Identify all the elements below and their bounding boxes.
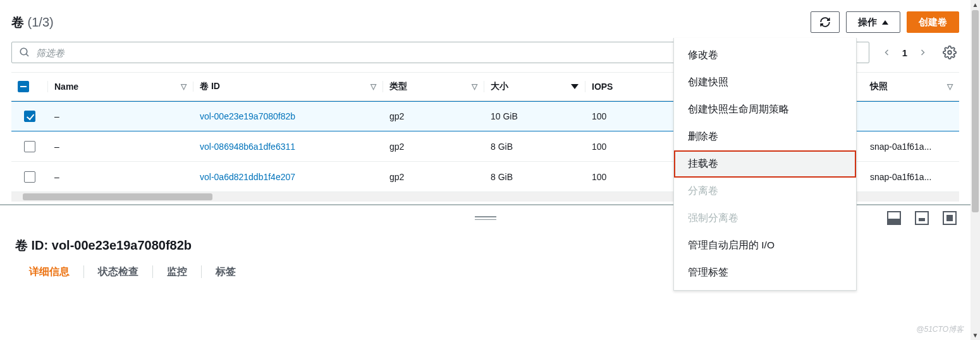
chevron-right-icon [919,47,926,58]
settings-button[interactable] [940,43,959,62]
layout-mid-button[interactable] [915,211,929,225]
type-cell: gp2 [389,172,404,182]
refresh-button[interactable] [811,11,840,33]
menu-detach: 分离卷 [674,178,856,205]
create-volume-button[interactable]: 创建卷 [907,11,959,33]
vertical-scrollbar[interactable]: ▲ ▼ [971,0,980,340]
col-name[interactable]: Name▽ [48,82,193,92]
col-snapshot[interactable]: 快照▽ [864,81,959,92]
size-cell: 8 GiB [491,172,513,182]
menu-force: 强制分离卷 [674,205,856,232]
mixed-checkbox-icon [18,81,29,92]
actions-menu: 修改卷 创建快照 创建快照生命周期策略 删除卷 挂载卷 分离卷 强制分离卷 管理… [673,38,857,291]
menu-tags[interactable]: 管理标签 [674,259,856,286]
name-cell: – [54,142,59,152]
caret-up-icon [882,20,888,25]
snapshot-cell: snap-0a1f61a... [870,142,931,152]
layout-full-button[interactable] [943,211,957,225]
volume-id-link[interactable]: vol-086948b6a1dfe6311 [200,142,295,152]
name-cell: – [54,111,59,121]
iops-cell: 100 [592,172,606,182]
sort-icon: ▽ [947,82,953,91]
select-all-cell[interactable] [11,81,48,92]
iops-cell: 100 [592,142,606,152]
scroll-down-icon[interactable]: ▼ [971,331,980,340]
tab-details[interactable]: 详细信息 [15,265,84,278]
type-cell: gp2 [389,111,404,121]
tab-status[interactable]: 状态检查 [84,265,153,278]
search-icon [19,47,30,58]
chevron-left-icon [883,47,891,58]
row-checkbox[interactable] [24,111,35,122]
size-cell: 10 GiB [491,111,518,121]
iops-cell: 100 [592,111,606,121]
col-volume-id[interactable]: 卷 ID▽ [193,81,383,92]
svg-point-0 [20,48,27,55]
menu-modify[interactable]: 修改卷 [674,42,856,69]
next-page-button[interactable] [916,44,929,61]
menu-delete[interactable]: 删除卷 [674,123,856,150]
tab-monitor[interactable]: 监控 [153,265,202,278]
sort-icon: ▽ [181,82,187,91]
svg-line-1 [26,54,28,56]
gear-icon [943,46,957,59]
sort-icon: ▽ [371,82,376,91]
pagination: 1 [881,44,929,61]
snapshot-cell: snap-0a1f61a... [870,172,931,182]
col-type[interactable]: 类型▽ [383,81,484,92]
scrollbar-thumb[interactable] [23,193,212,200]
scrollbar-thumb[interactable] [972,10,979,212]
selection-count: (1/3) [28,15,54,29]
actions-dropdown-button[interactable]: 操作 [846,11,900,33]
row-checkbox[interactable] [24,171,35,183]
sort-desc-icon [571,84,579,89]
sort-icon: ▽ [472,82,477,91]
menu-auto-io[interactable]: 管理自动启用的 I/O [674,232,856,259]
col-size[interactable]: 大小 [484,81,585,92]
drag-handle-icon [475,216,496,220]
size-cell: 8 GiB [491,142,513,152]
watermark: @51CTO博客 [916,324,964,335]
svg-point-2 [948,51,952,54]
row-checkbox[interactable] [24,141,35,152]
menu-snapshot[interactable]: 创建快照 [674,69,856,96]
name-cell: – [54,172,59,182]
menu-attach[interactable]: 挂载卷 [674,150,856,178]
volume-id-link[interactable]: vol-00e23e19a7080f82b [200,111,295,121]
page-title: 卷 (1/3) [11,14,54,31]
refresh-icon [819,16,831,28]
title-text: 卷 [11,15,24,29]
tab-tags[interactable]: 标签 [202,265,250,278]
menu-lifecycle[interactable]: 创建快照生命周期策略 [674,96,856,123]
type-cell: gp2 [389,142,404,152]
volume-id-link[interactable]: vol-0a6d821ddb1f4e207 [200,172,295,182]
layout-bottom-button[interactable] [887,211,901,225]
page-number: 1 [902,47,907,58]
scroll-up-icon[interactable]: ▲ [971,0,980,9]
actions-label: 操作 [858,16,877,28]
prev-page-button[interactable] [881,44,893,61]
